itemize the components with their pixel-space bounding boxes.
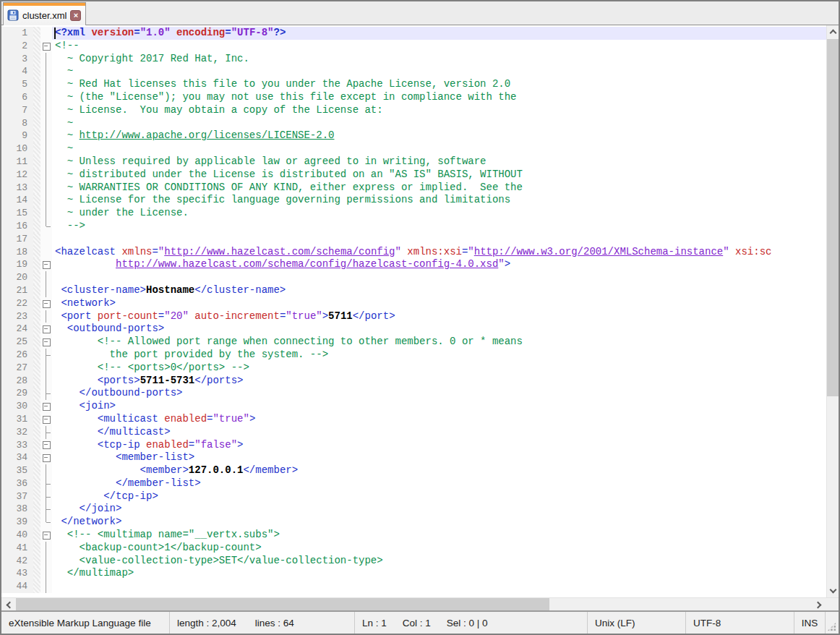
- code-line[interactable]: 35 <member>127.0.0.1</member>: [1, 464, 826, 477]
- status-insert-mode[interactable]: INS: [802, 618, 818, 628]
- bookmark-margin[interactable]: [33, 169, 40, 182]
- code-text[interactable]: <backup-count>1</backup-count>: [52, 542, 826, 555]
- bookmark-margin[interactable]: [33, 117, 40, 130]
- code-text[interactable]: </tcp-ip>: [52, 490, 826, 503]
- code-text[interactable]: <hazelcast xmlns="http://www.hazelcast.c…: [52, 246, 826, 259]
- line-number[interactable]: 3: [1, 53, 33, 66]
- code-line[interactable]: 28 <ports>5711-5731</ports>: [1, 375, 826, 388]
- code-line[interactable]: 23 <port port-count="20" auto-increment=…: [1, 310, 826, 323]
- bookmark-margin[interactable]: [33, 104, 40, 117]
- tab-cluster-xml[interactable]: cluster.xml ×: [3, 2, 86, 25]
- code-line[interactable]: 22 <network>: [1, 297, 826, 310]
- code-line[interactable]: 32 </multicast>: [1, 426, 826, 439]
- code-line[interactable]: 19 http://www.hazelcast.com/schema/confi…: [1, 258, 826, 271]
- code-line[interactable]: 5 ~ Red Hat licenses this file to you un…: [1, 78, 826, 91]
- code-line[interactable]: 25 <!-- Allowed port range when connecti…: [1, 336, 826, 349]
- line-number[interactable]: 5: [1, 78, 33, 91]
- code-text[interactable]: <member>127.0.0.1</member>: [52, 464, 826, 477]
- line-number[interactable]: 34: [1, 451, 33, 464]
- line-number[interactable]: 4: [1, 65, 33, 78]
- code-line[interactable]: 9 ~ http://www.apache.org/licenses/LICEN…: [1, 129, 826, 142]
- line-number[interactable]: 6: [1, 91, 33, 104]
- bookmark-margin[interactable]: [33, 142, 40, 155]
- bookmark-margin[interactable]: [33, 400, 40, 413]
- line-number[interactable]: 19: [1, 258, 33, 271]
- code-text[interactable]: <!-- Allowed port range when connecting …: [52, 336, 826, 349]
- code-link[interactable]: http://www.hazelcast.com/schema/config: [164, 246, 395, 257]
- bookmark-margin[interactable]: [33, 53, 40, 66]
- code-line[interactable]: 30 <join>: [1, 400, 826, 413]
- code-text[interactable]: </multicast>: [52, 426, 826, 439]
- code-line[interactable]: 29 </outbound-ports>: [1, 387, 826, 400]
- line-number[interactable]: 8: [1, 117, 33, 130]
- horizontal-scrollbar[interactable]: [1, 597, 839, 610]
- bookmark-margin[interactable]: [33, 220, 40, 233]
- fold-toggle-icon[interactable]: [40, 451, 52, 464]
- horizontal-scroll-track[interactable]: [14, 598, 813, 610]
- code-text[interactable]: ~ http://www.apache.org/licenses/LICENSE…: [52, 129, 826, 142]
- code-text[interactable]: </network>: [52, 516, 826, 529]
- fold-toggle-icon[interactable]: [40, 323, 52, 336]
- bookmark-margin[interactable]: [33, 297, 40, 310]
- code-line[interactable]: 15 ~ under the License.: [1, 207, 826, 220]
- bookmark-margin[interactable]: [33, 362, 40, 375]
- code-text[interactable]: <tcp-ip enabled="false">: [52, 439, 826, 452]
- line-number[interactable]: 28: [1, 375, 33, 388]
- code-text[interactable]: ~: [52, 142, 826, 155]
- code-line[interactable]: 39 </network>: [1, 516, 826, 529]
- bookmark-margin[interactable]: [33, 477, 40, 490]
- code-text[interactable]: <!--: [52, 40, 826, 53]
- fold-toggle-icon[interactable]: [40, 400, 52, 413]
- code-text[interactable]: ~: [52, 117, 826, 130]
- code-line[interactable]: 31 <multicast enabled="true">: [1, 413, 826, 426]
- scroll-up-button[interactable]: [827, 25, 839, 38]
- code-text[interactable]: ~ WARRANTIES OR CONDITIONS OF ANY KIND, …: [52, 182, 826, 195]
- code-text[interactable]: <member-list>: [52, 451, 826, 464]
- code-text[interactable]: [52, 271, 826, 284]
- code-line[interactable]: 41 <backup-count>1</backup-count>: [1, 542, 826, 555]
- line-number[interactable]: 36: [1, 477, 33, 490]
- bookmark-margin[interactable]: [33, 65, 40, 78]
- line-number[interactable]: 37: [1, 490, 33, 503]
- bookmark-margin[interactable]: [33, 439, 40, 452]
- bookmark-margin[interactable]: [33, 207, 40, 220]
- line-number[interactable]: 2: [1, 40, 33, 53]
- code-text[interactable]: <cluster-name>Hostname</cluster-name>: [52, 284, 826, 297]
- code-text[interactable]: <network>: [52, 297, 826, 310]
- code-line[interactable]: 44: [1, 580, 826, 593]
- code-text[interactable]: <multicast enabled="true">: [52, 413, 826, 426]
- code-line[interactable]: 7 ~ License. You may obtain a copy of th…: [1, 104, 826, 117]
- code-text[interactable]: http://www.hazelcast.com/schema/config/h…: [52, 258, 826, 271]
- line-number[interactable]: 11: [1, 155, 33, 169]
- code-line[interactable]: 34 <member-list>: [1, 451, 826, 464]
- bookmark-margin[interactable]: [33, 129, 40, 142]
- code-line[interactable]: 20: [1, 271, 826, 284]
- line-number[interactable]: 44: [1, 580, 33, 593]
- fold-toggle-icon[interactable]: [40, 297, 52, 310]
- line-number[interactable]: 20: [1, 271, 33, 284]
- code-line[interactable]: 21 <cluster-name>Hostname</cluster-name>: [1, 284, 826, 297]
- line-number[interactable]: 18: [1, 246, 33, 259]
- resize-grip[interactable]: [826, 612, 839, 634]
- bookmark-margin[interactable]: [33, 387, 40, 400]
- bookmark-margin[interactable]: [33, 375, 40, 388]
- code-text[interactable]: ~ distributed under the License is distr…: [52, 169, 826, 182]
- code-text[interactable]: <ports>5711-5731</ports>: [52, 375, 826, 388]
- bookmark-margin[interactable]: [33, 310, 40, 323]
- vertical-scroll-thumb[interactable]: [827, 39, 839, 396]
- code-line[interactable]: 8 ~: [1, 117, 826, 130]
- code-text[interactable]: ~ Copyright 2017 Red Hat, Inc.: [52, 53, 826, 66]
- code-text[interactable]: <join>: [52, 400, 826, 413]
- code-line[interactable]: 38 </join>: [1, 503, 826, 516]
- scroll-down-button[interactable]: [827, 585, 839, 597]
- code-line[interactable]: 11 ~ Unless required by applicable law o…: [1, 155, 826, 169]
- line-number[interactable]: 35: [1, 464, 33, 477]
- bookmark-margin[interactable]: [33, 246, 40, 259]
- code-text[interactable]: ~ License for the specific language gove…: [52, 194, 826, 207]
- code-text[interactable]: ~ Red Hat licenses this file to you unde…: [52, 78, 826, 91]
- line-number[interactable]: 43: [1, 567, 33, 580]
- line-number[interactable]: 29: [1, 387, 33, 400]
- bookmark-margin[interactable]: [33, 194, 40, 207]
- code-text[interactable]: <!-- <multimap name="__vertx.subs">: [52, 529, 826, 542]
- line-number[interactable]: 26: [1, 349, 33, 362]
